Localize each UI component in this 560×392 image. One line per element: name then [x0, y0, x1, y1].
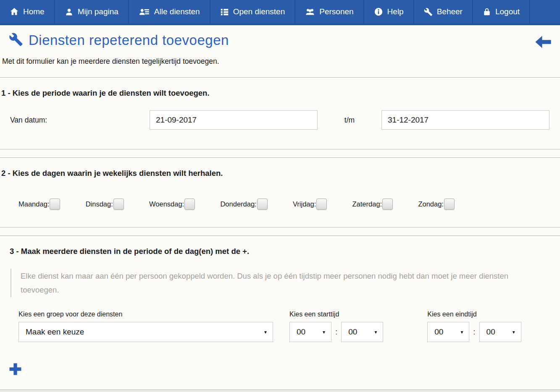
nav-item-label: Alle diensten [154, 7, 200, 16]
nav-item-open-diensten[interactable]: Open diensten [210, 0, 296, 24]
users-icon [305, 7, 315, 16]
group-select-value: Maak een keuze [26, 327, 84, 337]
plus-icon [9, 370, 22, 377]
day-label: Zondag: [418, 200, 444, 208]
checkbox-woensdag[interactable] [184, 199, 195, 210]
end-time-selects: 00 : 00 [427, 322, 521, 342]
start-time-field: Kies een starttijd 00 : 00 [289, 311, 383, 342]
days-row: Maandag: Dinsdag: Woensdag: Donderdag: V… [18, 199, 455, 210]
end-minute-value: 00 [486, 327, 495, 337]
checkbox-vrijdag[interactable] [316, 199, 327, 210]
section-divider [0, 149, 560, 158]
nav-item-label: Personen [319, 7, 353, 16]
header-divider [0, 77, 560, 78]
back-button[interactable] [534, 35, 552, 51]
chevron-down-icon [263, 330, 268, 335]
to-date-input[interactable] [381, 110, 549, 130]
nav-item-label: Mijn pagina [78, 7, 118, 16]
day-label: Woensdag: [149, 200, 184, 208]
chevron-down-icon [460, 330, 464, 335]
nav-item-mijn-pagina[interactable]: Mijn pagina [55, 0, 129, 24]
list-icon [220, 8, 229, 16]
lock-icon [483, 8, 491, 16]
time-separator: : [473, 327, 475, 337]
add-service-button[interactable] [9, 363, 22, 377]
start-minute-select[interactable]: 00 [341, 322, 383, 342]
section-weekdays: 2 - Kies de dagen waarin je wekelijks di… [0, 169, 560, 210]
start-time-selects: 00 : 00 [289, 322, 383, 342]
section1-heading: 1 - Kies de periode waarin je de dienste… [1, 89, 560, 98]
nav-item-alle-diensten[interactable]: Alle diensten [129, 0, 210, 24]
nav-item-logout[interactable]: Logout [473, 0, 530, 24]
page-title: Diensten repeterend toevoegen [29, 32, 229, 48]
start-hour-value: 00 [297, 327, 305, 337]
end-hour-value: 00 [434, 327, 443, 337]
day-item-zondag: Zondag: [418, 199, 455, 210]
group-label: Kies een groep voor deze diensten [18, 311, 273, 318]
start-hour-select[interactable]: 00 [289, 322, 331, 342]
title-wrap: Diensten repeterend toevoegen [9, 32, 229, 48]
service-form-row: Kies een groep voor deze diensten Maak e… [18, 311, 560, 342]
nav-item-personen[interactable]: Personen [295, 0, 364, 24]
day-item-zaterdag: Zaterdag: [352, 199, 393, 210]
nav-item-help[interactable]: Help [364, 0, 414, 24]
page-subtitle: Met dit formulier kan je meerdere dienst… [2, 57, 560, 66]
info-icon [374, 7, 383, 16]
checkbox-zaterdag[interactable] [382, 199, 393, 210]
nav-item-label: Logout [495, 7, 520, 16]
checkbox-dinsdag[interactable] [113, 199, 124, 210]
section-services: 3 - Maak meerdere diensten in de periode… [0, 247, 560, 377]
arrow-left-icon [534, 43, 552, 50]
section3-heading: 3 - Maak meerdere diensten in de periode… [10, 247, 560, 256]
footer-strip [0, 389, 560, 392]
home-icon [10, 7, 19, 16]
from-date-input[interactable] [150, 110, 318, 130]
section-period: 1 - Kies de periode waarin je de dienste… [0, 89, 560, 130]
nav-item-beheer[interactable]: Beheer [414, 0, 473, 24]
nav-item-home[interactable]: Home [0, 0, 55, 24]
date-row: Van datum: t/m [10, 110, 560, 130]
end-hour-select[interactable]: 00 [427, 322, 469, 342]
nav-item-label: Open diensten [233, 7, 285, 16]
group-select[interactable]: Maak een keuze [18, 322, 273, 342]
start-time-label: Kies een starttijd [289, 311, 383, 318]
start-minute-value: 00 [348, 327, 357, 337]
group-field: Kies een groep voor deze diensten Maak e… [18, 311, 273, 342]
top-navbar: Home Mijn pagina Alle diensten Open dien… [0, 0, 560, 25]
day-item-woensdag: Woensdag: [149, 199, 195, 210]
end-minute-select[interactable]: 00 [479, 322, 521, 342]
end-time-field: Kies een eindtijd 00 : 00 [427, 311, 521, 342]
section-divider [0, 227, 560, 236]
day-label: Donderdag: [220, 200, 256, 208]
from-date-label: Van datum: [10, 116, 150, 125]
day-label: Zaterdag: [352, 200, 382, 208]
user-list-icon [139, 8, 150, 16]
day-item-donderdag: Donderdag: [220, 199, 267, 210]
section2-heading: 2 - Kies de dagen waarin je wekelijks di… [1, 169, 560, 178]
user-icon [65, 8, 74, 16]
chevron-down-icon [512, 330, 516, 335]
nav-item-label: Home [23, 7, 45, 16]
section3-note: Elke dienst kan maar aan één per persoon… [11, 269, 526, 297]
chevron-down-icon [322, 330, 326, 335]
wrench-icon [424, 8, 433, 16]
day-item-dinsdag: Dinsdag: [86, 199, 124, 210]
nav-item-label: Help [387, 7, 404, 16]
end-time-label: Kies een eindtijd [427, 311, 521, 318]
time-separator: : [335, 327, 337, 337]
day-label: Maandag: [18, 200, 49, 208]
wrench-icon [9, 32, 23, 48]
day-label: Dinsdag: [86, 200, 113, 208]
day-item-vrijdag: Vrijdag: [293, 199, 327, 210]
page-header: Diensten repeterend toevoegen [0, 25, 560, 51]
checkbox-zondag[interactable] [444, 199, 455, 210]
day-item-maandag: Maandag: [18, 199, 60, 210]
day-label: Vrijdag: [293, 200, 316, 208]
checkbox-donderdag[interactable] [257, 199, 268, 210]
to-label: t/m [318, 116, 381, 125]
nav-item-label: Beheer [437, 7, 463, 16]
chevron-down-icon [373, 330, 378, 335]
checkbox-maandag[interactable] [50, 199, 60, 210]
